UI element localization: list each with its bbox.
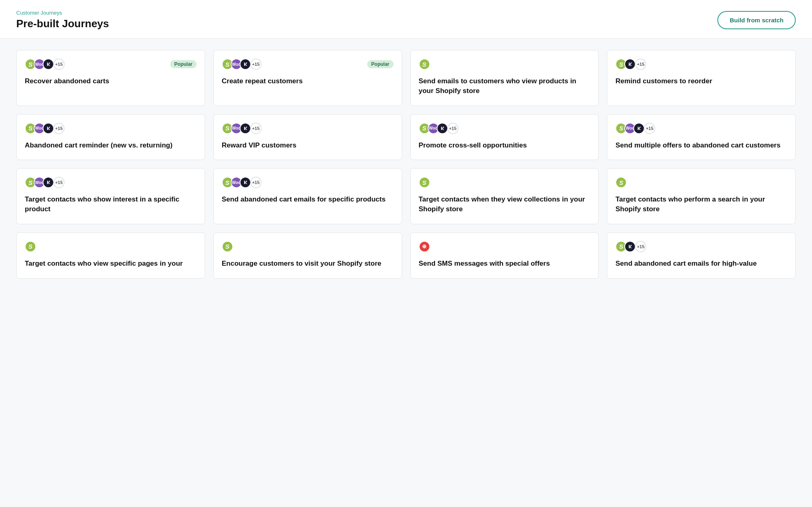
card-icons: SWoo+15Popular (222, 58, 394, 70)
icon-count: +15 (250, 58, 262, 70)
card-remind-customers-reorder[interactable]: S+15Remind customers to reorder (607, 50, 796, 106)
card-title: Encourage customers to visit your Shopif… (222, 259, 394, 269)
card-title: Send abandoned cart emails for high-valu… (615, 259, 787, 269)
klaviyo-icon (633, 123, 645, 134)
card-icons: SWoo+15 (25, 177, 197, 188)
icon-count: +15 (635, 58, 646, 70)
card-icons: SWoo+15Popular (25, 58, 197, 70)
shopify-icon: S (222, 241, 233, 252)
icon-count: +15 (635, 241, 646, 252)
card-icons: SWoo+15 (222, 177, 394, 188)
card-title: Send SMS messages with special offers (419, 259, 591, 269)
card-icons: SWoo+15 (419, 123, 591, 134)
card-icons: S (615, 177, 787, 188)
shopify-icon: S (419, 177, 430, 188)
card-icons: SWoo+15 (615, 123, 787, 134)
icon-count: +15 (53, 123, 65, 134)
card-title: Target contacts when they view collectio… (419, 195, 591, 214)
icon-count: +15 (250, 123, 262, 134)
card-target-view-pages[interactable]: STarget contacts who view specific pages… (16, 232, 205, 279)
card-title: Send emails to customers who view produc… (419, 76, 591, 96)
card-send-sms-special-offers[interactable]: ⊕Send SMS messages with special offers (410, 232, 599, 279)
cards-grid: SWoo+15PopularRecover abandoned cartsSWo… (16, 50, 796, 279)
card-title: Recover abandoned carts (25, 76, 197, 86)
breadcrumb: Customer Journeys (16, 10, 109, 16)
card-encourage-visit-shopify[interactable]: SEncourage customers to visit your Shopi… (213, 232, 402, 279)
card-recover-abandoned-carts[interactable]: SWoo+15PopularRecover abandoned carts (16, 50, 205, 106)
icon-count: +15 (447, 123, 459, 134)
header-left: Customer Journeys Pre-built Journeys (16, 10, 109, 30)
klaviyo-icon (437, 123, 448, 134)
main-content: SWoo+15PopularRecover abandoned cartsSWo… (0, 39, 812, 507)
klaviyo-icon (43, 123, 54, 134)
card-icons: S+15 (615, 58, 787, 70)
card-icons: S (25, 241, 197, 252)
card-target-view-collections[interactable]: STarget contacts when they view collecti… (410, 168, 599, 224)
klaviyo-icon (240, 58, 251, 70)
card-icons: SWoo+15 (222, 123, 394, 134)
card-icons: ⊕ (419, 241, 591, 252)
card-target-specific-product[interactable]: SWoo+15Target contacts who show interest… (16, 168, 205, 224)
icon-count: +15 (53, 177, 65, 188)
card-title: Promote cross-sell opportunities (419, 141, 591, 150)
card-abandoned-cart-reminder[interactable]: SWoo+15Abandoned cart reminder (new vs. … (16, 114, 205, 160)
card-title: Target contacts who perform a search in … (615, 195, 787, 214)
shopify-icon: S (25, 241, 36, 252)
card-send-emails-view-products[interactable]: SSend emails to customers who view produ… (410, 50, 599, 106)
page-header: Customer Journeys Pre-built Journeys Bui… (0, 0, 812, 39)
card-send-abandoned-cart-specific[interactable]: SWoo+15Send abandoned cart emails for sp… (213, 168, 402, 224)
shopify-icon: S (419, 58, 430, 70)
card-title: Abandoned cart reminder (new vs. returni… (25, 141, 197, 150)
card-title: Send abandoned cart emails for specific … (222, 195, 394, 204)
klaviyo-icon (240, 123, 251, 134)
card-target-perform-search[interactable]: STarget contacts who perform a search in… (607, 168, 796, 224)
klaviyo-icon (43, 177, 54, 188)
globe-icon: ⊕ (419, 241, 430, 252)
page-title: Pre-built Journeys (16, 17, 109, 30)
card-reward-vip-customers[interactable]: SWoo+15Reward VIP customers (213, 114, 402, 160)
card-icons: S (222, 241, 394, 252)
shopify-icon: S (615, 177, 627, 188)
popular-badge: Popular (170, 60, 197, 68)
klaviyo-icon (240, 177, 251, 188)
card-icons: SWoo+15 (25, 123, 197, 134)
card-send-multiple-offers[interactable]: SWoo+15Send multiple offers to abandoned… (607, 114, 796, 160)
card-icons: S (419, 177, 591, 188)
card-title: Send multiple offers to abandoned cart c… (615, 141, 787, 150)
icon-count: +15 (250, 177, 262, 188)
card-title: Remind customers to reorder (615, 76, 787, 86)
icon-count: +15 (53, 58, 65, 70)
popular-badge: Popular (367, 60, 394, 68)
icon-count: +15 (644, 123, 655, 134)
card-create-repeat-customers[interactable]: SWoo+15PopularCreate repeat customers (213, 50, 402, 106)
klaviyo-icon (624, 58, 636, 70)
card-title: Target contacts who show interest in a s… (25, 195, 197, 214)
card-icons: S (419, 58, 591, 70)
card-title: Target contacts who view specific pages … (25, 259, 197, 269)
card-title: Create repeat customers (222, 76, 394, 86)
build-scratch-button[interactable]: Build from scratch (717, 11, 796, 29)
card-send-abandoned-cart-high-value[interactable]: S+15Send abandoned cart emails for high-… (607, 232, 796, 279)
klaviyo-icon (624, 241, 636, 252)
card-icons: S+15 (615, 241, 787, 252)
klaviyo-icon (43, 58, 54, 70)
card-promote-cross-sell[interactable]: SWoo+15Promote cross-sell opportunities (410, 114, 599, 160)
card-title: Reward VIP customers (222, 141, 394, 150)
